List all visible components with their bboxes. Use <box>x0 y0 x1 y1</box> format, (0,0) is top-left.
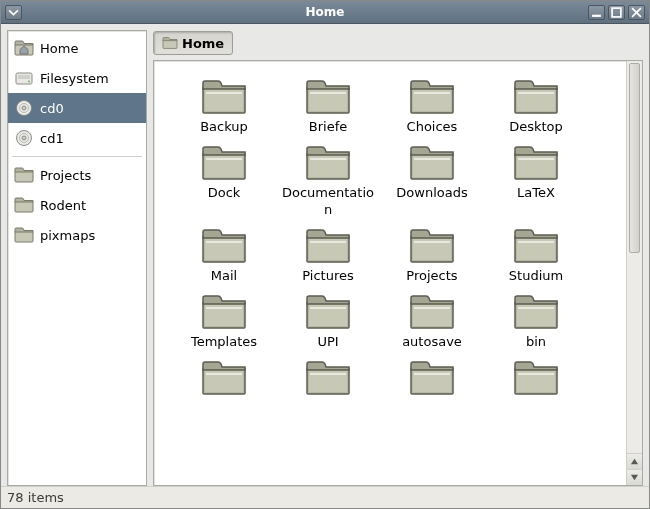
folder-icon <box>408 141 456 183</box>
drive-icon <box>14 69 34 87</box>
sidebar-item-label: cd1 <box>40 131 64 146</box>
close-icon <box>631 7 642 18</box>
status-items-count: 78 items <box>7 490 64 505</box>
folder-icon <box>512 356 560 398</box>
close-button[interactable] <box>628 5 645 20</box>
sidebar-item-rodent[interactable]: Rodent <box>8 190 146 220</box>
sidebar-item-filesystem[interactable]: Filesystem <box>8 63 146 93</box>
folder-icon <box>408 224 456 266</box>
window-body: HomeFilesystemcd0cd1ProjectsRodentpixmap… <box>1 24 649 486</box>
folder-item[interactable]: Backup <box>172 75 276 135</box>
maximize-icon <box>611 7 622 18</box>
folder-item[interactable]: UPI <box>276 290 380 350</box>
folder-label: bin <box>526 334 546 350</box>
statusbar: 78 items <box>1 486 649 508</box>
pathbar: Home <box>153 30 643 60</box>
folder-label: Briefe <box>309 119 347 135</box>
main-column: Home BackupBriefeChoicesDesktopDockDocum… <box>153 30 643 486</box>
folder-label: Pictures <box>302 268 353 284</box>
sidebar-item-home[interactable]: Home <box>8 33 146 63</box>
chevron-down-icon <box>8 7 19 18</box>
scrollbar-thumb[interactable] <box>629 63 640 253</box>
folder-label: Dock <box>208 185 241 201</box>
icon-view[interactable]: BackupBriefeChoicesDesktopDockDocumentat… <box>154 61 626 485</box>
home-icon <box>14 39 34 57</box>
sidebar-item-label: Rodent <box>40 198 86 213</box>
folder-label: Templates <box>191 334 257 350</box>
window-menu-button[interactable] <box>5 5 22 20</box>
folder-icon <box>14 196 34 214</box>
folder-item[interactable]: Studium <box>484 224 588 284</box>
scrollbar-down-button[interactable] <box>627 469 642 485</box>
scrollbar-up-button[interactable] <box>627 453 642 469</box>
sidebar-item-label: Projects <box>40 168 91 183</box>
folder-icon <box>14 166 34 184</box>
path-segment-home[interactable]: Home <box>153 31 233 55</box>
folder-item[interactable] <box>380 356 484 398</box>
folder-label: Choices <box>407 119 458 135</box>
titlebar[interactable]: Home <box>1 1 649 24</box>
disc-icon <box>14 129 34 147</box>
folder-item[interactable]: LaTeX <box>484 141 588 218</box>
window-title: Home <box>1 5 649 19</box>
folder-item[interactable]: Pictures <box>276 224 380 284</box>
folder-icon <box>512 75 560 117</box>
folder-icon <box>162 36 178 50</box>
folder-icon <box>512 141 560 183</box>
minimize-icon <box>591 7 602 18</box>
arrow-down-icon <box>630 473 639 482</box>
folder-label: Desktop <box>509 119 563 135</box>
folder-item[interactable]: bin <box>484 290 588 350</box>
scrollbar-track[interactable] <box>627 61 642 453</box>
folder-item[interactable]: Templates <box>172 290 276 350</box>
folder-icon <box>200 356 248 398</box>
places-sidebar: HomeFilesystemcd0cd1ProjectsRodentpixmap… <box>7 30 147 486</box>
folder-item[interactable] <box>172 356 276 398</box>
folder-icon <box>200 290 248 332</box>
folder-item[interactable]: Mail <box>172 224 276 284</box>
folder-label: Studium <box>509 268 563 284</box>
sidebar-item-pixmaps[interactable]: pixmaps <box>8 220 146 250</box>
sidebar-item-cd0[interactable]: cd0 <box>8 93 146 123</box>
folder-icon <box>408 290 456 332</box>
folder-icon <box>14 226 34 244</box>
icon-view-container: BackupBriefeChoicesDesktopDockDocumentat… <box>153 60 643 486</box>
folder-item[interactable]: Documentation <box>276 141 380 218</box>
folder-icon <box>200 75 248 117</box>
folder-icon <box>304 224 352 266</box>
folder-icon <box>304 75 352 117</box>
sidebar-item-projects[interactable]: Projects <box>8 160 146 190</box>
folder-icon <box>304 290 352 332</box>
folder-item[interactable]: Dock <box>172 141 276 218</box>
folder-item[interactable] <box>484 356 588 398</box>
folder-icon <box>304 141 352 183</box>
folder-item[interactable]: Choices <box>380 75 484 135</box>
folder-item[interactable] <box>276 356 380 398</box>
folder-icon <box>408 75 456 117</box>
disc-icon <box>14 99 34 117</box>
sidebar-item-cd1[interactable]: cd1 <box>8 123 146 153</box>
vertical-scrollbar[interactable] <box>626 61 642 485</box>
folder-label: Projects <box>406 268 457 284</box>
folder-icon <box>408 356 456 398</box>
folder-item[interactable]: autosave <box>380 290 484 350</box>
folder-item[interactable]: Projects <box>380 224 484 284</box>
file-manager-window: Home HomeFilesystemcd0cd1ProjectsRodentp… <box>0 0 650 509</box>
folder-label: Mail <box>211 268 237 284</box>
folder-label: UPI <box>317 334 338 350</box>
folder-icon <box>512 224 560 266</box>
maximize-button[interactable] <box>608 5 625 20</box>
folder-item[interactable]: Desktop <box>484 75 588 135</box>
sidebar-item-label: cd0 <box>40 101 64 116</box>
folder-label: Documentation <box>278 185 378 218</box>
folder-label: autosave <box>402 334 462 350</box>
minimize-button[interactable] <box>588 5 605 20</box>
folder-icon <box>304 356 352 398</box>
folder-icon <box>200 141 248 183</box>
folder-item[interactable]: Briefe <box>276 75 380 135</box>
folder-item[interactable]: Downloads <box>380 141 484 218</box>
folder-icon <box>512 290 560 332</box>
sidebar-item-label: pixmaps <box>40 228 95 243</box>
arrow-up-icon <box>630 457 639 466</box>
sidebar-item-label: Filesystem <box>40 71 109 86</box>
